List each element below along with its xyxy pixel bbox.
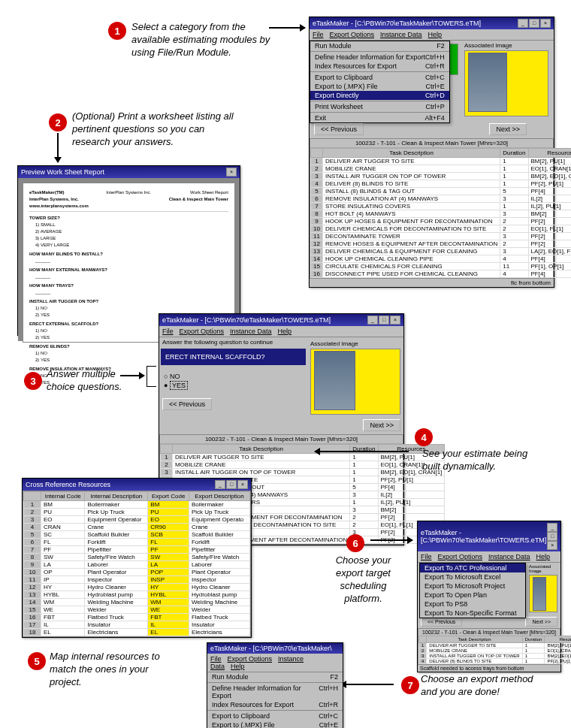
arrow-2 bbox=[57, 133, 59, 162]
max-icon[interactable]: □ bbox=[529, 19, 539, 28]
window-step6: eTaskMaker - [C:\PBWin70\eTaskMaker\TOWE… bbox=[417, 521, 561, 672]
table-row[interactable]: 4DELIVER (8) BLINDS TO SITE1PF[2], PU[1] bbox=[419, 659, 572, 664]
arrow-7 bbox=[341, 684, 394, 685]
menu-instance[interactable]: Instance Data bbox=[380, 31, 422, 38]
menu-item[interactable]: Export To ATC Professional bbox=[420, 563, 525, 572]
table-row[interactable]: 5INSTALL (8) BLINDS & TAG OUT5PF[4] bbox=[311, 188, 572, 195]
table-row[interactable]: 16DISCONNECT PIPE USED FOR CHEMICAL CLEA… bbox=[311, 270, 572, 278]
window-step7: eTaskMaker - [C:\PBWin70\eTaskMaker\ Fil… bbox=[207, 642, 343, 728]
table-row[interactable]: 10DELIVER CHEMICALS FOR DECONTAMINATION … bbox=[311, 225, 572, 233]
file-dropdown: Run ModuleF2Define Header Information fo… bbox=[207, 672, 343, 728]
menu-help[interactable]: Help bbox=[428, 31, 443, 38]
menu-item[interactable]: Run ModuleF2 bbox=[207, 672, 343, 681]
table-row[interactable]: 11IPInspectorINSPInspector bbox=[24, 576, 250, 584]
table-row[interactable]: 12REMOVE HOSES & EQUIPMENT AFTER DECONTA… bbox=[311, 240, 572, 248]
menu-item[interactable]: Export DirectlyCtrl+D bbox=[310, 91, 449, 100]
table-row[interactable]: 2MOBILIZE CRANE1EO[1], CRAN[1] bbox=[311, 165, 572, 173]
table-row[interactable]: 2MOBILIZE CRANE1EO[1], CRAN[1] bbox=[161, 461, 445, 469]
table-row[interactable]: 14WMWelding MachineWMWelding Machine bbox=[24, 599, 250, 606]
table-row[interactable]: 9HOOK UP HOSES & EQUIPMENT FOR DECONTAMI… bbox=[311, 218, 572, 225]
menu-export[interactable]: Export Options bbox=[330, 31, 375, 38]
arrow-6 bbox=[370, 539, 412, 541]
answer-yes[interactable]: ● YES bbox=[164, 382, 303, 389]
menu-item[interactable]: Export To Microsoft Project bbox=[420, 581, 525, 591]
menu-item[interactable]: Export To Microsoft Excel bbox=[420, 572, 525, 581]
table-row[interactable]: 3INSTALL AIR TUGGER ON TOP OF TOWER1BM[2… bbox=[311, 173, 572, 180]
table-row[interactable]: 2PUPick Up TruckPUPick Up Truck bbox=[24, 509, 250, 516]
table-row[interactable]: 2MOBILIZE CRANE1EO[1], CRAN[1] bbox=[419, 648, 572, 654]
table-row[interactable]: 7PFPipefitterPFPipefitter bbox=[24, 546, 250, 554]
answer-no[interactable]: ○ NO bbox=[164, 373, 303, 380]
menu-item[interactable]: Export to ClipboardCtrl+C bbox=[310, 73, 449, 82]
table-row[interactable]: 1DELIVER AIR TUGGER TO SITE1BM[2], PU[1] bbox=[161, 454, 445, 461]
step-1-badge: 1 bbox=[108, 22, 126, 40]
worksheet-window: Preview Work Sheet Report× eTaskMaker(TM… bbox=[17, 165, 240, 336]
table-row[interactable]: 14HOOK UP CHEMICAL CLEANING PIPE4PF[4] bbox=[311, 255, 572, 263]
table-row[interactable]: 6FLForkliftFLForklift bbox=[24, 539, 250, 546]
menu-item[interactable]: Define Header Information for ExportCtrl… bbox=[310, 53, 449, 62]
cross-title: Cross Reference Resources bbox=[26, 481, 110, 488]
menu-item[interactable]: Export To Non-Specific Format bbox=[420, 609, 525, 618]
table-row[interactable]: 1BMBoilermakerBMBoilermaker bbox=[24, 501, 250, 509]
table-row[interactable]: 8SWSafety/Fire WatchSWSafety/Fire Watch bbox=[24, 554, 250, 561]
table-row[interactable]: 18ELElectriciansELElectricians bbox=[24, 629, 250, 636]
table-row[interactable]: 11DECONTAMINATE TOWER3PF[2] bbox=[311, 233, 572, 240]
table-row[interactable]: 15CIRCULATE CHEMICALS FOR CLEANING11PF[1… bbox=[311, 263, 572, 270]
titlebar: eTaskMaker - [C:\PBWin70\eTaskMaker\TOWE… bbox=[310, 17, 554, 29]
table-row[interactable]: 1DELIVER AIR TUGGER TO SITE1BM[2], PU[1] bbox=[419, 643, 572, 648]
status-hint: fic from bottom bbox=[310, 279, 554, 287]
file-dropdown: Run ModuleF2Define Header Information fo… bbox=[310, 41, 450, 123]
table-row[interactable]: 8HOT BOLT (4) MANWAYS3BM[2] bbox=[311, 210, 572, 218]
table-row[interactable]: 3INSTALL AIR TUGGER ON TOP OF TOWER1BM[2… bbox=[419, 654, 572, 659]
menu-item[interactable]: Define Header Information for ExportCtrl… bbox=[207, 684, 343, 700]
prev-button[interactable]: << Previous bbox=[162, 398, 212, 410]
caption-4: See your estimate being built dynamicall… bbox=[422, 448, 535, 473]
table-row[interactable]: 13DELIVER CHEMICALS & EQUIPMENT FOR CLEA… bbox=[311, 248, 572, 255]
table-row[interactable]: 7STORE INSULATING COVERS1IL[2], PU[1] bbox=[311, 203, 572, 210]
table-row[interactable]: 16FBTFlatbed TruckFBTFlatbed Truck bbox=[24, 614, 250, 621]
menu-item[interactable]: Index Resources for ExportCtrl+R bbox=[310, 62, 449, 71]
step-7-badge: 7 bbox=[401, 676, 419, 694]
menu-item[interactable]: Run ModuleF2 bbox=[310, 41, 449, 50]
table-row[interactable]: 3INSTALL AIR TUGGER ON TOP OF TOWER1BM[2… bbox=[161, 469, 445, 476]
associated-image bbox=[529, 575, 557, 612]
menu-item[interactable]: Print WorksheetCtrl+P bbox=[310, 102, 449, 111]
table-row[interactable]: 3EOEquipment OperatorEOEquipment Operato bbox=[24, 516, 250, 524]
menu-item[interactable]: Index Resources for ExportCtrl+R bbox=[207, 700, 343, 709]
menu-file[interactable]: File bbox=[313, 31, 324, 38]
table-row[interactable]: 12HYHydro CleanerHYHydro Cleaner bbox=[24, 584, 250, 591]
question-prompt: Answer the following question to continu… bbox=[159, 337, 307, 347]
table-row[interactable]: 1DELIVER AIR TUGGER TO SITE1BM[2], PU[1] bbox=[311, 158, 572, 165]
table-row[interactable]: 9LALaborerLALaborer bbox=[24, 561, 250, 569]
close-icon[interactable]: × bbox=[540, 19, 551, 28]
caption-5: Map internal resources to match the ones… bbox=[50, 651, 170, 689]
min-icon[interactable]: _ bbox=[518, 19, 528, 28]
table-row[interactable]: 10OPPlant OperatorPOPPlant Operator bbox=[24, 569, 250, 576]
table-row[interactable]: 4DELIVER (8) BLINDS TO SITE1PF[2], PU[1] bbox=[311, 180, 572, 188]
close-icon[interactable]: × bbox=[226, 168, 237, 177]
grid-title: 100232 - T-101 - Clean & Inspect Main To… bbox=[310, 139, 553, 148]
window-controls: _□× bbox=[517, 19, 551, 28]
assoc-label: Associated Image bbox=[464, 42, 548, 49]
table-row[interactable]: 5SCScaffold BuilderSCBScaffold Builder bbox=[24, 531, 250, 539]
associated-image bbox=[310, 349, 400, 415]
arrow-4 bbox=[315, 451, 409, 452]
menu-item[interactable]: Export to (.MPX) FileCtrl+E bbox=[207, 720, 343, 728]
table-row[interactable]: 17ILInsulatorILInsulator bbox=[24, 621, 250, 629]
table-row[interactable]: 6REMOVE INSULATION AT (4) MANWAYS3IL[2] bbox=[311, 195, 572, 203]
caption-6: Choose your export target scheduling pla… bbox=[328, 554, 399, 606]
menu-item[interactable]: Export To Open Plan bbox=[420, 591, 525, 600]
menu-item[interactable]: Export to (.MPX) FileCtrl+E bbox=[310, 82, 449, 91]
table-row[interactable]: 15WEWelderWEWelder bbox=[24, 606, 250, 614]
table-row[interactable]: 4CRANCraneCR90Crane bbox=[24, 524, 250, 531]
prev-button[interactable]: << Previous bbox=[314, 123, 364, 135]
step-6-badge: 6 bbox=[346, 534, 364, 552]
caption-7: Choose an export method and you are done… bbox=[421, 673, 548, 699]
next-button[interactable]: Next >> bbox=[363, 419, 400, 431]
step-5-badge: 5 bbox=[28, 652, 46, 670]
menu-item[interactable]: Export to ClipboardCtrl+C bbox=[207, 711, 343, 720]
menu-item[interactable]: Export To PS8 bbox=[420, 600, 525, 609]
menu-item[interactable]: ExitAlt+F4 bbox=[310, 113, 449, 122]
next-button[interactable]: Next >> bbox=[489, 123, 527, 135]
table-row[interactable]: 13HYBLHydroblast pumpHYBLHydroblast pump bbox=[24, 591, 250, 599]
